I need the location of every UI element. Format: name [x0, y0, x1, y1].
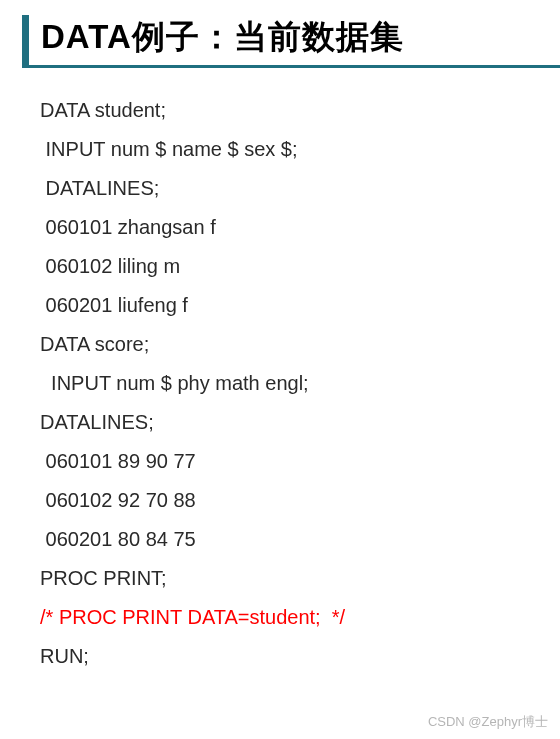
- code-line: /* PROC PRINT DATA=student; */: [40, 598, 560, 637]
- code-line: 060201 80 84 75: [40, 520, 560, 559]
- slide-title: DATA例子：当前数据集: [41, 15, 560, 60]
- code-line: 060101 zhangsan f: [40, 208, 560, 247]
- code-line: DATALINES;: [40, 403, 560, 442]
- code-line: INPUT num $ phy math engl;: [40, 364, 560, 403]
- watermark-text: CSDN @Zephyr博士: [428, 713, 548, 731]
- code-line: 060201 liufeng f: [40, 286, 560, 325]
- code-line: RUN;: [40, 637, 560, 676]
- code-line: 060102 92 70 88: [40, 481, 560, 520]
- code-line: DATA student;: [40, 91, 560, 130]
- code-line: INPUT num $ name $ sex $;: [40, 130, 560, 169]
- title-underline: [22, 65, 560, 68]
- code-line: PROC PRINT;: [40, 559, 560, 598]
- code-line: DATALINES;: [40, 169, 560, 208]
- code-block: DATA student; INPUT num $ name $ sex $; …: [0, 66, 560, 676]
- code-line: DATA score;: [40, 325, 560, 364]
- code-line: 060101 89 90 77: [40, 442, 560, 481]
- title-accent-bar: DATA例子：当前数据集: [22, 15, 560, 66]
- slide-title-block: DATA例子：当前数据集: [0, 0, 560, 66]
- code-line: 060102 liling m: [40, 247, 560, 286]
